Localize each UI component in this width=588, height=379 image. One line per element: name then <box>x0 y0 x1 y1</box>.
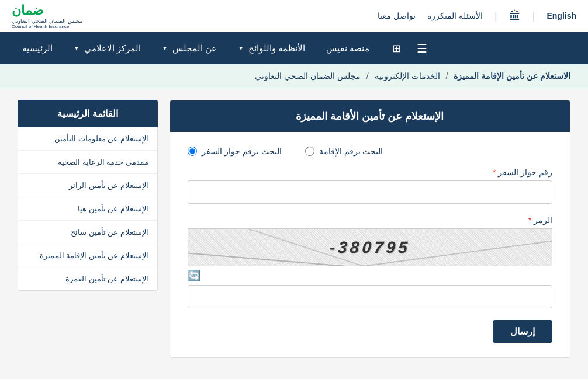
nav-item-council[interactable]: المركز الاعلامي ▼ <box>63 32 151 64</box>
sidebar: القائمة الرئيسية الإستعلام عن معلومات ال… <box>18 100 158 291</box>
sidebar-link-healthcare[interactable]: مقدمي خدمة الرعاية الصحية <box>58 158 148 166</box>
sidebar-link-umrah[interactable]: الإستعلام عن تأمين العمرة <box>65 274 148 283</box>
captcha-refresh-row: 🔄 <box>188 269 552 282</box>
sidebar-link-insurance-info[interactable]: الإستعلام عن معلومات التأمين <box>54 134 148 143</box>
main-layout: الإستعلام عن تأمين الأقامة المميزة البحث… <box>0 88 588 370</box>
passport-label-text: رقم جواز السفر <box>498 168 552 177</box>
captcha-input[interactable] <box>188 285 552 308</box>
chevron-down-icon-regulations: ▼ <box>162 45 168 51</box>
hamburger-icon[interactable]: ☰ <box>411 38 433 59</box>
logo: ضمان مجلس الضمان الصحي التعاوني Council … <box>12 3 82 29</box>
nav-icon-group: ☰ ⊞ <box>386 38 433 59</box>
refresh-icon[interactable]: 🔄 <box>188 269 200 282</box>
nav-label-media: الأنظمة واللوائح <box>248 43 305 54</box>
form-card: الإستعلام عن تأمين الأقامة المميزة البحث… <box>170 100 570 358</box>
contact-link[interactable]: تواصل معنا <box>378 11 416 20</box>
logo-council-english: Council of Health Insurance <box>12 24 69 29</box>
radio-option-residence[interactable]: البحث برقم الإقامة <box>305 147 383 156</box>
nav-label-council: المركز الاعلامي <box>84 43 141 54</box>
grid-icon[interactable]: ⊞ <box>386 38 407 59</box>
sidebar-link-iqama[interactable]: الإستعلام عن تأمين الإقامة المميزة <box>40 251 148 260</box>
content-area: الإستعلام عن تأمين الأقامة المميزة البحث… <box>170 100 570 358</box>
sidebar-item-visitor-insurance[interactable]: الإستعلام عن تأمين الزائر <box>18 174 157 197</box>
radio-passport-label: البحث برقم جواز السفر <box>202 147 282 156</box>
language-button[interactable]: English <box>547 11 576 20</box>
sidebar-item-healthcare-providers[interactable]: مقدمي خدمة الرعاية الصحية <box>18 151 157 174</box>
captcha-field-group: الرمز * 380795- 🔄 <box>188 215 552 308</box>
nav-bar: ☰ ⊞ منصة نفيس الأنظمة واللوائح ▼ عن المج… <box>0 32 588 64</box>
breadcrumb-link-eservices[interactable]: الخدمات الإلكترونية <box>375 71 440 81</box>
radio-passport-input[interactable] <box>188 147 197 156</box>
sidebar-item-insurance-info[interactable]: الإستعلام عن معلومات التأمين <box>18 127 157 151</box>
captcha-value: 380795- <box>329 238 411 257</box>
separator-1: | <box>532 10 535 22</box>
breadcrumb: الاستعلام عن تأمين الإقامة المميزة / الخ… <box>0 64 588 88</box>
faq-link[interactable]: الأسئلة المتكررة <box>427 11 483 20</box>
nav-label-regulations: عن المجلس <box>172 43 217 54</box>
sidebar-item-tourist-insurance[interactable]: الإستعلام عن تأمين سائح <box>18 221 157 244</box>
captcha-image: 380795- <box>188 228 552 266</box>
nav-item-home[interactable]: الرئيسية <box>12 32 63 64</box>
chevron-down-icon-council: ▼ <box>74 45 79 51</box>
separator-2: | <box>494 10 497 22</box>
breadcrumb-current: الاستعلام عن تأمين الإقامة المميزة <box>454 71 570 81</box>
passport-input[interactable] <box>188 180 552 204</box>
sidebar-item-umrah-insurance[interactable]: الإستعلام عن تأمين العمرة <box>18 267 157 290</box>
nav-item-nafis[interactable]: منصة نفيس <box>316 32 380 64</box>
submit-row: إرسال <box>188 320 552 343</box>
search-type-radio-group: البحث برقم الإقامة البحث برقم جواز السفر <box>188 147 552 156</box>
top-bar: English | 🏛 | الأسئلة المتكررة تواصل معن… <box>0 0 588 32</box>
passport-label: رقم جواز السفر * <box>188 168 552 177</box>
sidebar-title: القائمة الرئيسية <box>18 100 158 127</box>
logo-arabic-text: ضمان <box>12 3 44 18</box>
nav-item-regulations[interactable]: عن المجلس ▼ <box>151 32 227 64</box>
org-icon: 🏛 <box>509 9 521 23</box>
nav-label-nafis: منصة نفيس <box>326 43 369 54</box>
chevron-down-icon-media: ▼ <box>238 45 244 51</box>
nav-label-home: الرئيسية <box>22 43 53 54</box>
captcha-required-mark: * <box>528 215 531 225</box>
captcha-label: الرمز * <box>188 215 552 225</box>
passport-field-group: رقم جواز السفر * <box>188 168 552 204</box>
logo-council-arabic: مجلس الضمان الصحي التعاوني <box>12 18 82 24</box>
sidebar-list: الإستعلام عن معلومات التأمين مقدمي خدمة … <box>18 127 158 291</box>
sidebar-item-haya-insurance[interactable]: الإستعلام عن تأمين هيا <box>18 197 157 221</box>
form-title: الإستعلام عن تأمين الأقامة المميزة <box>170 100 570 132</box>
breadcrumb-sep-2: / <box>366 71 369 81</box>
sidebar-link-tourist[interactable]: الإستعلام عن تأمين سائح <box>71 228 148 237</box>
top-bar-links: English | 🏛 | الأسئلة المتكررة تواصل معن… <box>378 9 576 23</box>
breadcrumb-sep-1: / <box>446 71 448 81</box>
radio-option-passport[interactable]: البحث برقم جواز السفر <box>188 147 282 156</box>
radio-residence-input[interactable] <box>305 147 314 156</box>
sidebar-link-visitor[interactable]: الإستعلام عن تأمين الزائر <box>69 181 148 190</box>
sidebar-item-iqama-insurance[interactable]: الإستعلام عن تأمين الإقامة المميزة <box>18 244 157 267</box>
sidebar-link-haya[interactable]: الإستعلام عن تأمين هيا <box>78 204 148 213</box>
captcha-label-text: الرمز <box>534 215 552 225</box>
breadcrumb-link-council[interactable]: مجلس الضمان الصحي التعاوني <box>255 71 361 81</box>
submit-button[interactable]: إرسال <box>493 320 552 343</box>
required-mark: * <box>493 168 496 177</box>
form-body: البحث برقم الإقامة البحث برقم جواز السفر… <box>170 132 570 357</box>
radio-residence-label: البحث برقم الإقامة <box>319 147 383 156</box>
nav-item-media[interactable]: الأنظمة واللوائح ▼ <box>227 32 316 64</box>
